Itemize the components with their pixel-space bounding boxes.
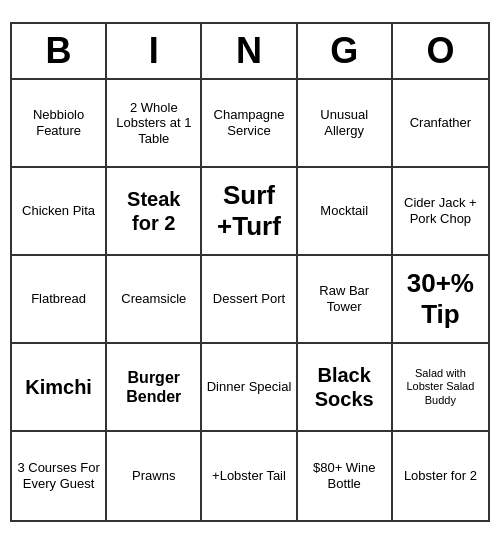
bingo-cell-10: Flatbread [12, 256, 107, 344]
bingo-cell-1: 2 Whole Lobsters at 1 Table [107, 80, 202, 168]
bingo-cell-5: Chicken Pita [12, 168, 107, 256]
bingo-cell-2: Champagne Service [202, 80, 297, 168]
bingo-cell-0: Nebbiolo Feature [12, 80, 107, 168]
bingo-cell-22: +Lobster Tail [202, 432, 297, 520]
bingo-cell-24: Lobster for 2 [393, 432, 488, 520]
bingo-grid: Nebbiolo Feature2 Whole Lobsters at 1 Ta… [12, 80, 488, 520]
bingo-letter-b: B [12, 24, 107, 78]
bingo-letter-n: N [202, 24, 297, 78]
bingo-cell-23: $80+ Wine Bottle [298, 432, 393, 520]
bingo-cell-17: Dinner Special [202, 344, 297, 432]
bingo-cell-11: Creamsicle [107, 256, 202, 344]
bingo-cell-9: Cider Jack + Pork Chop [393, 168, 488, 256]
bingo-cell-6: Steak for 2 [107, 168, 202, 256]
bingo-cell-16: Burger Bender [107, 344, 202, 432]
bingo-cell-8: Mocktail [298, 168, 393, 256]
bingo-cell-12: Dessert Port [202, 256, 297, 344]
bingo-cell-4: Cranfather [393, 80, 488, 168]
bingo-cell-19: Salad with Lobster Salad Buddy [393, 344, 488, 432]
bingo-cell-18: Black Socks [298, 344, 393, 432]
bingo-letter-o: O [393, 24, 488, 78]
bingo-cell-7: Surf +Turf [202, 168, 297, 256]
bingo-letter-g: G [298, 24, 393, 78]
bingo-cell-20: 3 Courses For Every Guest [12, 432, 107, 520]
bingo-cell-21: Prawns [107, 432, 202, 520]
bingo-card: BINGO Nebbiolo Feature2 Whole Lobsters a… [10, 22, 490, 522]
bingo-cell-3: Unusual Allergy [298, 80, 393, 168]
bingo-cell-15: Kimchi [12, 344, 107, 432]
bingo-letter-i: I [107, 24, 202, 78]
bingo-cell-13: Raw Bar Tower [298, 256, 393, 344]
bingo-header: BINGO [12, 24, 488, 80]
bingo-cell-14: 30+% Tip [393, 256, 488, 344]
